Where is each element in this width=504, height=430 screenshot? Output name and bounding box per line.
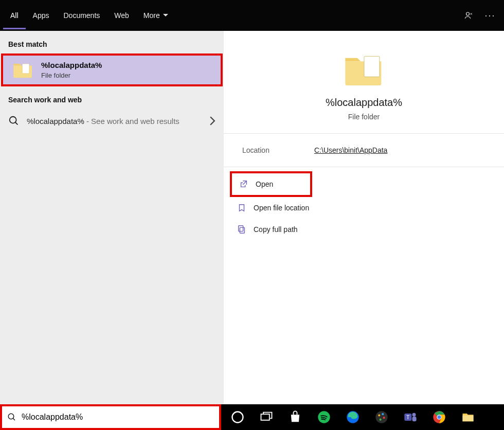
svg-point-22 <box>438 416 441 419</box>
svg-rect-3 <box>364 56 380 77</box>
preview-panel: %localappdata% File folder Location C:\U… <box>224 31 504 404</box>
search-web-label: Search work and web <box>0 86 224 109</box>
svg-rect-8 <box>261 414 269 420</box>
folder-icon <box>344 51 385 88</box>
store-icon[interactable] <box>288 410 302 424</box>
svg-rect-19 <box>412 417 417 421</box>
location-value[interactable]: C:\Users\binit\AppData <box>314 146 387 154</box>
taskbar-search-input[interactable] <box>22 413 214 422</box>
search-web-text: %localappdata% - See work and web result… <box>27 117 202 126</box>
location-row: Location C:\Users\binit\AppData <box>224 134 504 167</box>
open-label: Open <box>256 180 273 188</box>
open-action[interactable]: Open <box>230 171 312 197</box>
tab-apps[interactable]: Apps <box>26 2 57 29</box>
paint-icon[interactable] <box>374 410 389 424</box>
svg-text:T: T <box>406 414 410 420</box>
spotify-icon[interactable] <box>317 410 331 424</box>
search-icon <box>8 115 20 127</box>
task-view-icon[interactable] <box>259 410 274 424</box>
tab-web[interactable]: Web <box>107 2 136 29</box>
folder-icon <box>12 61 34 79</box>
svg-rect-4 <box>240 227 244 233</box>
svg-point-11 <box>375 411 387 423</box>
results-panel: Best match %localappdata% File folder Se… <box>0 31 224 404</box>
svg-point-7 <box>232 412 243 423</box>
open-icon <box>239 180 248 189</box>
preview-header: %localappdata% File folder <box>224 31 504 134</box>
svg-point-14 <box>383 417 385 419</box>
svg-rect-1 <box>22 64 29 74</box>
svg-point-15 <box>380 419 382 421</box>
explorer-icon[interactable] <box>461 410 475 424</box>
tab-more-label: More <box>143 11 160 20</box>
chrome-icon[interactable] <box>432 410 446 424</box>
more-options-icon[interactable]: ··· <box>479 0 501 31</box>
svg-point-2 <box>10 117 16 123</box>
svg-point-6 <box>8 414 14 419</box>
copy-full-path-label: Copy full path <box>254 225 298 234</box>
search-web-item[interactable]: %localappdata% - See work and web result… <box>0 109 224 133</box>
taskbar-search[interactable] <box>0 404 221 430</box>
svg-point-13 <box>382 413 384 415</box>
best-match-label: Best match <box>0 31 224 53</box>
copy-full-path-action[interactable]: Copy full path <box>230 219 498 240</box>
svg-rect-23 <box>463 416 474 422</box>
preview-actions: Open Open file location Copy full path <box>224 167 504 244</box>
svg-point-0 <box>466 12 470 15</box>
best-match-subtitle: File folder <box>41 71 102 79</box>
svg-point-18 <box>412 413 416 417</box>
account-icon[interactable] <box>458 0 479 31</box>
open-file-location-label: Open file location <box>254 204 309 212</box>
tab-documents[interactable]: Documents <box>56 2 107 29</box>
tab-more[interactable]: More <box>136 2 175 29</box>
chevron-right-icon <box>209 116 215 126</box>
teams-icon[interactable]: T <box>403 410 418 424</box>
tab-all[interactable]: All <box>3 2 26 29</box>
svg-point-9 <box>318 411 330 423</box>
chevron-down-icon <box>163 14 168 17</box>
best-match-result[interactable]: %localappdata% File folder <box>1 53 223 86</box>
copy-icon <box>237 225 246 234</box>
svg-point-12 <box>378 414 380 416</box>
bookmark-icon <box>237 203 246 212</box>
svg-rect-5 <box>239 226 243 231</box>
location-label: Location <box>242 146 314 154</box>
search-icon <box>7 413 16 422</box>
edge-icon[interactable] <box>346 410 360 424</box>
cortana-icon[interactable] <box>230 410 245 424</box>
taskbar-tray: T <box>221 404 504 430</box>
taskbar: T <box>0 404 504 430</box>
best-match-title: %localappdata% <box>41 61 102 69</box>
search-filter-tabs: All Apps Documents Web More ··· <box>0 0 504 31</box>
preview-title: %localappdata% <box>326 97 402 109</box>
open-file-location-action[interactable]: Open file location <box>230 197 498 219</box>
preview-subtitle: File folder <box>348 113 380 121</box>
